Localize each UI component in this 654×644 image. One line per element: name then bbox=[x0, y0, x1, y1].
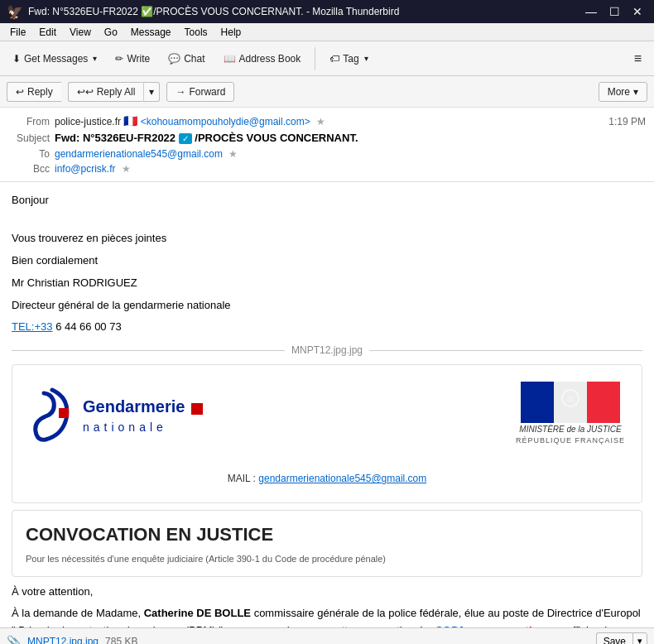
bcc-address: info@pcrisk.fr bbox=[55, 163, 116, 175]
email-body: Bonjour Vous trouverez en pièces jointes… bbox=[0, 182, 654, 627]
mail-label: MAIL : bbox=[228, 473, 256, 484]
to-label: To bbox=[8, 148, 50, 160]
mail-info: MAIL : gendarmerienationale545@gmail.com bbox=[228, 471, 427, 486]
toolbar-separator bbox=[315, 47, 315, 70]
attachment-filename: MNPT12.jpg.jpg bbox=[291, 343, 363, 358]
save-button[interactable]: Save bbox=[596, 632, 632, 645]
mail-link[interactable]: gendarmerienationale545@gmail.com bbox=[258, 473, 426, 484]
to-row: To gendarmerienationale545@gmail.com ★ bbox=[8, 147, 646, 161]
copj-link[interactable]: COPJ bbox=[435, 624, 464, 627]
ministry-text-line2: RÉPUBLIQUE FRANÇAISE bbox=[516, 435, 625, 447]
from-value: police-justice.fr 🇫🇷 <kohouamompouholydi… bbox=[55, 114, 604, 127]
app-icon: 🦅 bbox=[7, 4, 23, 20]
close-button[interactable]: ✕ bbox=[628, 4, 647, 19]
titlebar: 🦅 Fwd: N°5326EU-FR2022 ✅/PROCÈS VOUS CON… bbox=[0, 0, 654, 23]
reply-button-group: ↩ Reply bbox=[7, 82, 61, 102]
demand-text1: À la demande de Madame, bbox=[12, 607, 144, 619]
menu-file[interactable]: File bbox=[3, 25, 32, 40]
menu-icon-button[interactable]: ≡ bbox=[627, 47, 649, 70]
email-time: 1:19 PM bbox=[608, 116, 646, 127]
minimize-button[interactable]: — bbox=[581, 4, 601, 19]
demand-text3: ou bbox=[464, 624, 482, 627]
gendarmerie-logo: Gendarmerie nationale bbox=[29, 382, 203, 448]
body-line3: Mr Christian RODRIGUEZ bbox=[12, 275, 642, 292]
reply-all-icon: ↩↩ bbox=[77, 86, 94, 98]
menu-edit[interactable]: Edit bbox=[32, 25, 63, 40]
to-address: gendarmerienationale545@gmail.com bbox=[55, 148, 223, 160]
bcc-row: Bcc info@pcrisk.fr ★ bbox=[8, 161, 646, 176]
save-button-group: Save ▾ bbox=[596, 632, 647, 645]
tag-button[interactable]: 🏷 Tag ▾ bbox=[322, 49, 375, 69]
maximize-button[interactable]: ☐ bbox=[604, 4, 624, 19]
menu-message[interactable]: Message bbox=[124, 25, 178, 40]
more-dropdown-arrow: ▾ bbox=[633, 86, 638, 98]
attachment-divider: MNPT12.jpg.jpg bbox=[12, 343, 642, 358]
svg-rect-1 bbox=[521, 382, 554, 423]
tel-number: 6 44 66 00 73 bbox=[55, 320, 122, 333]
download-icon: ⬇ bbox=[12, 53, 21, 65]
attention-text: À votre attention, bbox=[12, 584, 642, 601]
attachment-bar: 📎 MNPT12.jpg.jpg 785 KB Save ▾ bbox=[0, 627, 654, 644]
tag-icon: 🏷 bbox=[329, 53, 339, 65]
chat-icon: 💬 bbox=[168, 53, 180, 65]
star-icon[interactable]: ★ bbox=[316, 116, 325, 127]
window-controls: — ☐ ✕ bbox=[581, 4, 647, 19]
reply-all-dropdown[interactable]: ▾ bbox=[143, 82, 160, 102]
to-value: gendarmerienationale545@gmail.com ★ bbox=[55, 148, 646, 160]
paperclip-icon: 📎 bbox=[7, 635, 21, 645]
tel-link[interactable]: TEL:+33 bbox=[12, 320, 53, 333]
attachment-size: 785 KB bbox=[105, 636, 137, 645]
convocation-title: CONVOCATION EN JUSTICE bbox=[26, 521, 628, 548]
menu-go[interactable]: Go bbox=[98, 25, 124, 40]
email-body-wrapper[interactable]: Bonjour Vous trouverez en pièces jointes… bbox=[0, 182, 654, 627]
svg-text:⚖: ⚖ bbox=[567, 395, 574, 403]
attachment-image-container: Gendarmerie nationale bbox=[12, 364, 642, 503]
forward-button[interactable]: → Forward bbox=[166, 82, 234, 102]
get-messages-button[interactable]: ⬇ Get Messages ▾ bbox=[5, 49, 104, 69]
menu-view[interactable]: View bbox=[63, 25, 98, 40]
svg-rect-3 bbox=[587, 382, 620, 423]
bcc-label: Bcc bbox=[8, 163, 50, 175]
subject-value: Fwd: N°5326EU-FR2022 ✓ /PROCÈS VOUS CONC… bbox=[55, 132, 646, 144]
bcc-star-icon[interactable]: ★ bbox=[122, 163, 131, 175]
forward-icon: → bbox=[176, 86, 185, 98]
subject-label: Subject bbox=[8, 132, 50, 144]
attachment-filename[interactable]: MNPT12.jpg.jpg bbox=[27, 636, 99, 645]
subject-row: Subject Fwd: N°5326EU-FR2022 ✓ /PROCÈS V… bbox=[8, 129, 646, 147]
more-button[interactable]: More ▾ bbox=[599, 82, 647, 102]
tel-line: TEL:+33 6 44 66 00 73 bbox=[12, 319, 642, 336]
write-button[interactable]: ✏ Write bbox=[108, 49, 157, 69]
body-line1: Vous trouverez en pièces jointes bbox=[12, 230, 642, 248]
address-book-button[interactable]: 📖 Address Book bbox=[216, 49, 309, 69]
body-line2: Bien cordialement bbox=[12, 252, 642, 270]
nationale-text: nationale bbox=[83, 421, 167, 434]
person-name: Catherine DE BOLLE bbox=[144, 607, 251, 619]
sender-name: police-justice.fr 🇫🇷 bbox=[55, 116, 137, 127]
main-toolbar: ⬇ Get Messages ▾ ✏ Write 💬 Chat 📖 Addres… bbox=[0, 41, 654, 76]
convocation-subtitle: Pour les nécessités d'une enquête judici… bbox=[26, 553, 628, 565]
reply-toolbar: ↩ Reply ↩↩ Reply All ▾ → Forward More ▾ bbox=[0, 76, 654, 108]
gendarmerie-name: Gendarmerie bbox=[83, 397, 185, 416]
gendarmerie-text-block: Gendarmerie nationale bbox=[83, 394, 203, 436]
reply-icon: ↩ bbox=[16, 86, 24, 98]
save-dropdown-button[interactable]: ▾ bbox=[632, 632, 647, 644]
convocation-link[interactable]: convocation bbox=[482, 624, 546, 627]
to-star-icon[interactable]: ★ bbox=[228, 148, 238, 160]
ministry-emblem-icon: ⚖ bbox=[521, 382, 620, 423]
menubar: File Edit View Go Message Tools Help bbox=[0, 23, 654, 41]
ministry-text-line1: MINISTÈRE de la JUSTICE bbox=[519, 423, 621, 435]
menu-tools[interactable]: Tools bbox=[178, 25, 214, 40]
reply-all-button[interactable]: ↩↩ Reply All bbox=[68, 82, 144, 102]
red-square-icon bbox=[191, 403, 203, 415]
menu-help[interactable]: Help bbox=[214, 25, 248, 40]
reply-button[interactable]: ↩ Reply bbox=[7, 82, 61, 102]
ministry-logo: ⚖ MINISTÈRE de la JUSTICE RÉPUBLIQUE FRA… bbox=[516, 382, 625, 447]
reply-all-button-group: ↩↩ Reply All ▾ bbox=[68, 82, 161, 102]
greeting-text: Bonjour bbox=[12, 192, 642, 209]
email-header: From police-justice.fr 🇫🇷 <kohouamompouh… bbox=[0, 108, 654, 182]
from-row: From police-justice.fr 🇫🇷 <kohouamompouh… bbox=[8, 113, 646, 129]
addressbook-icon: 📖 bbox=[224, 53, 236, 65]
chat-button[interactable]: 💬 Chat bbox=[161, 49, 212, 69]
get-messages-dropdown-arrow[interactable]: ▾ bbox=[93, 54, 97, 63]
tag-dropdown-arrow[interactable]: ▾ bbox=[364, 54, 368, 63]
